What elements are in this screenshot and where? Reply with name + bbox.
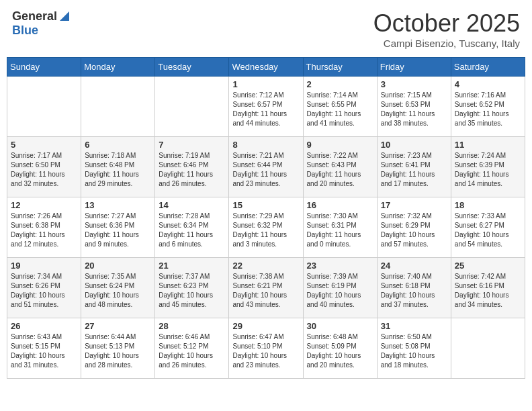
- day-info: Sunrise: 7:24 AM Sunset: 6:39 PM Dayligh…: [455, 151, 521, 189]
- calendar-cell: 18Sunrise: 7:33 AM Sunset: 6:27 PM Dayli…: [451, 197, 525, 258]
- day-info: Sunrise: 7:42 AM Sunset: 6:16 PM Dayligh…: [455, 272, 521, 310]
- day-info: Sunrise: 7:26 AM Sunset: 6:38 PM Dayligh…: [11, 212, 77, 249]
- calendar-week-row: 1Sunrise: 7:12 AM Sunset: 6:57 PM Daylig…: [7, 77, 525, 137]
- calendar-header-row: SundayMondayTuesdayWednesdayThursdayFrid…: [7, 58, 525, 77]
- day-info: Sunrise: 6:43 AM Sunset: 5:15 PM Dayligh…: [11, 332, 77, 370]
- day-info: Sunrise: 6:44 AM Sunset: 5:13 PM Dayligh…: [85, 332, 151, 370]
- day-info: Sunrise: 7:22 AM Sunset: 6:43 PM Dayligh…: [307, 151, 373, 189]
- day-info: Sunrise: 7:30 AM Sunset: 6:31 PM Dayligh…: [307, 212, 373, 249]
- day-info: Sunrise: 7:28 AM Sunset: 6:34 PM Dayligh…: [159, 212, 225, 249]
- calendar-cell: 26Sunrise: 6:43 AM Sunset: 5:15 PM Dayli…: [7, 318, 81, 379]
- day-info: Sunrise: 7:19 AM Sunset: 6:46 PM Dayligh…: [159, 151, 225, 189]
- calendar-cell: 28Sunrise: 6:46 AM Sunset: 5:12 PM Dayli…: [155, 318, 229, 379]
- calendar-cell: 10Sunrise: 7:23 AM Sunset: 6:41 PM Dayli…: [377, 137, 451, 197]
- day-header-wednesday: Wednesday: [229, 58, 303, 77]
- day-number: 17: [381, 200, 447, 210]
- calendar-cell: 3Sunrise: 7:15 AM Sunset: 6:53 PM Daylig…: [377, 77, 451, 137]
- day-number: 29: [232, 321, 299, 331]
- calendar-cell: 23Sunrise: 7:39 AM Sunset: 6:19 PM Dayli…: [303, 258, 377, 318]
- day-number: 10: [381, 140, 447, 150]
- day-info: Sunrise: 7:29 AM Sunset: 6:32 PM Dayligh…: [232, 212, 299, 249]
- day-number: 22: [232, 261, 299, 271]
- day-info: Sunrise: 7:38 AM Sunset: 6:21 PM Dayligh…: [232, 272, 299, 310]
- day-info: Sunrise: 7:39 AM Sunset: 6:19 PM Dayligh…: [307, 272, 373, 310]
- day-info: Sunrise: 7:21 AM Sunset: 6:44 PM Dayligh…: [232, 151, 299, 189]
- calendar-week-row: 19Sunrise: 7:34 AM Sunset: 6:26 PM Dayli…: [7, 258, 525, 318]
- month-title: October 2025: [373, 9, 520, 38]
- calendar-cell: 6Sunrise: 7:18 AM Sunset: 6:48 PM Daylig…: [81, 137, 155, 197]
- day-info: Sunrise: 7:27 AM Sunset: 6:36 PM Dayligh…: [85, 212, 151, 249]
- calendar-cell: 13Sunrise: 7:27 AM Sunset: 6:36 PM Dayli…: [81, 197, 155, 258]
- calendar-cell: 20Sunrise: 7:35 AM Sunset: 6:24 PM Dayli…: [81, 258, 155, 318]
- day-number: 8: [232, 140, 299, 150]
- calendar-cell: 9Sunrise: 7:22 AM Sunset: 6:43 PM Daylig…: [303, 137, 377, 197]
- logo-triangle-icon: [58, 10, 71, 22]
- day-header-monday: Monday: [81, 58, 155, 77]
- calendar-cell: [155, 77, 229, 137]
- day-header-friday: Friday: [377, 58, 451, 77]
- calendar-cell: [451, 318, 525, 379]
- calendar-cell: 22Sunrise: 7:38 AM Sunset: 6:21 PM Dayli…: [229, 258, 303, 318]
- day-info: Sunrise: 7:40 AM Sunset: 6:18 PM Dayligh…: [381, 272, 447, 310]
- calendar-week-row: 26Sunrise: 6:43 AM Sunset: 5:15 PM Dayli…: [7, 318, 525, 379]
- day-number: 15: [232, 200, 299, 210]
- calendar-cell: 25Sunrise: 7:42 AM Sunset: 6:16 PM Dayli…: [451, 258, 525, 318]
- day-number: 16: [307, 200, 373, 210]
- day-number: 21: [159, 261, 225, 271]
- calendar-cell: 5Sunrise: 7:17 AM Sunset: 6:50 PM Daylig…: [7, 137, 81, 197]
- day-number: 13: [85, 200, 151, 210]
- calendar-cell: 31Sunrise: 6:50 AM Sunset: 5:08 PM Dayli…: [377, 318, 451, 379]
- calendar-cell: 2Sunrise: 7:14 AM Sunset: 6:55 PM Daylig…: [303, 77, 377, 137]
- day-info: Sunrise: 7:23 AM Sunset: 6:41 PM Dayligh…: [381, 151, 447, 189]
- calendar-cell: 27Sunrise: 6:44 AM Sunset: 5:13 PM Dayli…: [81, 318, 155, 379]
- day-number: 20: [85, 261, 151, 271]
- day-number: 23: [307, 261, 373, 271]
- day-number: 28: [159, 321, 225, 331]
- page-header: General Blue October 2025 Campi Bisenzio…: [7, 7, 525, 52]
- day-number: 25: [455, 261, 521, 271]
- day-number: 24: [381, 261, 447, 271]
- day-info: Sunrise: 6:50 AM Sunset: 5:08 PM Dayligh…: [381, 332, 447, 370]
- calendar-cell: 12Sunrise: 7:26 AM Sunset: 6:38 PM Dayli…: [7, 197, 81, 258]
- day-info: Sunrise: 7:34 AM Sunset: 6:26 PM Dayligh…: [11, 272, 77, 310]
- day-number: 12: [11, 200, 77, 210]
- title-section: October 2025 Campi Bisenzio, Tuscany, It…: [373, 9, 520, 49]
- day-info: Sunrise: 7:12 AM Sunset: 6:57 PM Dayligh…: [232, 91, 299, 128]
- day-info: Sunrise: 7:37 AM Sunset: 6:23 PM Dayligh…: [159, 272, 225, 310]
- svg-marker-0: [60, 11, 69, 21]
- day-number: 7: [159, 140, 225, 150]
- day-number: 6: [85, 140, 151, 150]
- calendar-cell: 19Sunrise: 7:34 AM Sunset: 6:26 PM Dayli…: [7, 258, 81, 318]
- calendar-cell: 29Sunrise: 6:47 AM Sunset: 5:10 PM Dayli…: [229, 318, 303, 379]
- calendar-cell: 4Sunrise: 7:16 AM Sunset: 6:52 PM Daylig…: [451, 77, 525, 137]
- day-info: Sunrise: 6:47 AM Sunset: 5:10 PM Dayligh…: [232, 332, 299, 370]
- calendar-cell: 8Sunrise: 7:21 AM Sunset: 6:44 PM Daylig…: [229, 137, 303, 197]
- day-number: 30: [307, 321, 373, 331]
- day-info: Sunrise: 7:32 AM Sunset: 6:29 PM Dayligh…: [381, 212, 447, 249]
- calendar-table: SundayMondayTuesdayWednesdayThursdayFrid…: [7, 57, 525, 379]
- day-info: Sunrise: 7:15 AM Sunset: 6:53 PM Dayligh…: [381, 91, 447, 128]
- calendar-cell: 24Sunrise: 7:40 AM Sunset: 6:18 PM Dayli…: [377, 258, 451, 318]
- day-header-thursday: Thursday: [303, 58, 377, 77]
- calendar-cell: [81, 77, 155, 137]
- day-info: Sunrise: 7:33 AM Sunset: 6:27 PM Dayligh…: [455, 212, 521, 249]
- day-info: Sunrise: 7:14 AM Sunset: 6:55 PM Dayligh…: [307, 91, 373, 128]
- day-info: Sunrise: 7:17 AM Sunset: 6:50 PM Dayligh…: [11, 151, 77, 189]
- day-number: 31: [381, 321, 447, 331]
- day-number: 19: [11, 261, 77, 271]
- day-number: 18: [455, 200, 521, 210]
- day-header-tuesday: Tuesday: [155, 58, 229, 77]
- day-number: 27: [85, 321, 151, 331]
- calendar-cell: 14Sunrise: 7:28 AM Sunset: 6:34 PM Dayli…: [155, 197, 229, 258]
- day-info: Sunrise: 7:18 AM Sunset: 6:48 PM Dayligh…: [85, 151, 151, 189]
- logo: General Blue: [12, 9, 71, 38]
- calendar-week-row: 5Sunrise: 7:17 AM Sunset: 6:50 PM Daylig…: [7, 137, 525, 197]
- calendar-cell: 7Sunrise: 7:19 AM Sunset: 6:46 PM Daylig…: [155, 137, 229, 197]
- day-number: 11: [455, 140, 521, 150]
- day-header-saturday: Saturday: [451, 58, 525, 77]
- day-info: Sunrise: 7:16 AM Sunset: 6:52 PM Dayligh…: [455, 91, 521, 128]
- day-info: Sunrise: 6:48 AM Sunset: 5:09 PM Dayligh…: [307, 332, 373, 370]
- day-number: 2: [307, 79, 373, 89]
- day-number: 26: [11, 321, 77, 331]
- logo-blue-text: Blue: [12, 24, 38, 38]
